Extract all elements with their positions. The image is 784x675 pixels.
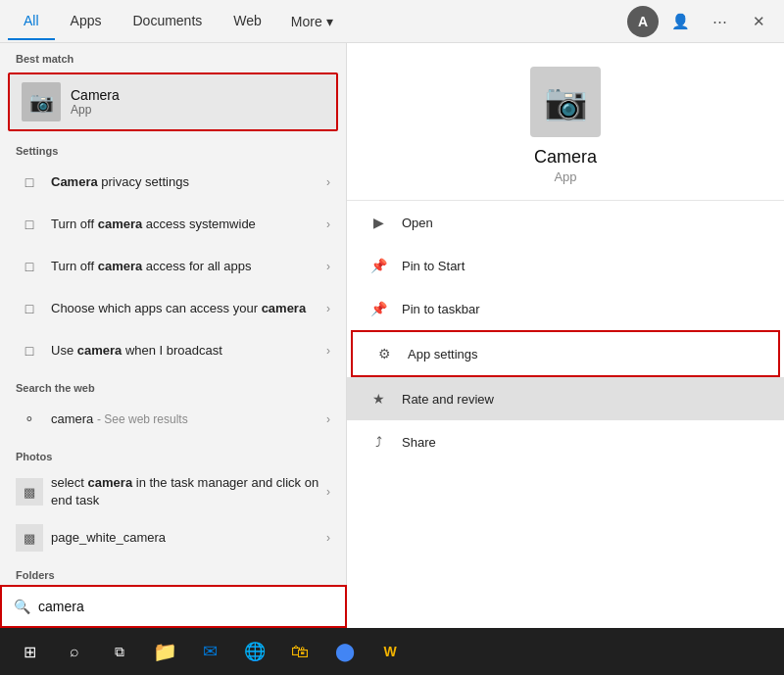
list-item-photo-taskmanager[interactable]: ▩ select camera in the task manager and … <box>4 467 342 516</box>
search-taskbar-button[interactable]: ⌕ <box>53 632 96 671</box>
list-item-use-camera-broadcast[interactable]: □ Use camera when I broadcast › <box>4 330 342 371</box>
file-explorer-icon: 📁 <box>153 640 177 663</box>
open-icon: ▶ <box>367 211 390 234</box>
chevron-right-icon-4: › <box>326 302 330 315</box>
tab-documents[interactable]: Documents <box>117 3 218 40</box>
tab-more[interactable]: More <box>277 3 347 40</box>
chrome-button[interactable]: ⬤ <box>323 632 367 671</box>
camera-app-icon: 📷 <box>22 82 61 121</box>
search-bar[interactable]: 🔍 camera <box>0 585 347 628</box>
search-input-value[interactable]: camera <box>38 599 84 614</box>
pin-start-icon: 📌 <box>367 254 390 277</box>
photo-thumb-icon-1: ▩ <box>16 478 43 506</box>
right-panel: 📷 Camera App ▶ Open 📌 Pin to Start 📌 Pin… <box>347 43 784 628</box>
web-header: Search the web <box>0 372 346 398</box>
action-open-label: Open <box>402 216 433 230</box>
chrome-icon: ⬤ <box>335 641 355 662</box>
list-item-camera-privacy[interactable]: □ Camera privacy settings › <box>4 162 342 203</box>
photos-header: Photos <box>0 441 346 466</box>
action-open[interactable]: ▶ Open <box>347 201 784 244</box>
list-item-web-search[interactable]: ⚬ camera - See web results › <box>4 399 342 440</box>
list-item-choose-apps[interactable]: □ Choose which apps can access your came… <box>4 288 342 329</box>
search-web-icon: ⚬ <box>16 406 43 433</box>
avatar[interactable]: A <box>627 6 659 37</box>
search-icon: 🔍 <box>14 599 30 614</box>
start-icon: ⊞ <box>24 643 36 661</box>
settings-icon-3: □ <box>16 253 43 280</box>
right-actions: ▶ Open 📌 Pin to Start 📌 Pin to taskbar ⚙… <box>347 201 784 463</box>
app-detail-camera-icon: 📷 <box>530 67 601 137</box>
best-match-sub: App <box>71 103 120 117</box>
store-icon: 🛍 <box>291 642 309 662</box>
pin-taskbar-icon: 📌 <box>367 297 390 320</box>
folders-header: Folders <box>0 559 346 585</box>
action-share[interactable]: ⤴ Share <box>347 420 784 463</box>
list-item-text-1: Camera privacy settings <box>51 173 326 191</box>
action-rate-review-label: Rate and review <box>402 392 494 407</box>
chevron-right-icon-photo1: › <box>326 485 330 499</box>
file-explorer-button[interactable]: 📁 <box>143 632 186 671</box>
wsxdn-button[interactable]: W <box>368 632 412 671</box>
chevron-right-icon-1: › <box>326 175 330 189</box>
chevron-right-icon-2: › <box>326 217 330 231</box>
tab-web[interactable]: Web <box>218 3 277 40</box>
action-pin-taskbar[interactable]: 📌 Pin to taskbar <box>347 287 784 330</box>
list-item-text-2: Turn off camera access systemwide <box>51 216 326 233</box>
nav-icons: A 👤 ⋯ ✕ <box>627 4 776 39</box>
chevron-down-icon <box>326 14 333 29</box>
settings-icon-4: □ <box>16 295 43 322</box>
list-item-turn-off-all-apps[interactable]: □ Turn off camera access for all apps › <box>4 246 342 287</box>
action-pin-taskbar-label: Pin to taskbar <box>402 302 480 316</box>
action-pin-start-label: Pin to Start <box>402 259 465 273</box>
edge-button[interactable]: 🌐 <box>233 632 276 671</box>
web-search-main: camera - See web results <box>51 410 326 428</box>
start-button[interactable]: ⊞ <box>8 632 51 671</box>
mail-icon: ✉ <box>203 641 218 662</box>
action-share-label: Share <box>402 435 436 450</box>
tab-apps[interactable]: Apps <box>55 3 118 40</box>
settings-icon-5: □ <box>16 337 43 364</box>
mail-button[interactable]: ✉ <box>188 632 231 671</box>
store-button[interactable]: 🛍 <box>278 632 321 671</box>
list-item-web-text: camera - See web results <box>51 410 326 428</box>
list-item-photo-text-2: page_white_camera <box>51 529 326 547</box>
star-icon: ★ <box>367 387 390 410</box>
settings-icon-2: □ <box>16 211 43 238</box>
share-icon: ⤴ <box>367 430 390 454</box>
action-rate-review[interactable]: ★ Rate and review <box>347 377 784 420</box>
list-item-text-5: Use camera when I broadcast <box>51 342 326 360</box>
task-view-button[interactable]: ⧉ <box>98 632 141 671</box>
person-icon-btn[interactable]: 👤 <box>662 4 698 39</box>
task-view-icon: ⧉ <box>115 644 124 660</box>
nav-tabs: All Apps Documents Web More <box>8 3 627 40</box>
list-item-text-3: Turn off camera access for all apps <box>51 258 326 275</box>
action-pin-start[interactable]: 📌 Pin to Start <box>347 244 784 287</box>
main-layout: Best match 📷 Camera App Settings □ Camer… <box>0 43 784 628</box>
list-item-photo-text-1: select camera in the task manager and cl… <box>51 474 326 509</box>
settings-icon-1: □ <box>16 169 43 196</box>
wsxdn-icon: W <box>383 644 396 659</box>
close-icon: ✕ <box>753 13 765 30</box>
best-match-header: Best match <box>0 43 346 69</box>
camera-large-icon: 📷 <box>544 81 588 122</box>
top-nav: All Apps Documents Web More A 👤 ⋯ ✕ <box>0 0 784 43</box>
app-detail-name: Camera <box>534 147 597 168</box>
web-search-sub: - See web results <box>97 412 188 426</box>
ellipsis-btn[interactable]: ⋯ <box>702 4 737 39</box>
best-match-item[interactable]: 📷 Camera App <box>8 72 338 131</box>
list-item-text-4: Choose which apps can access your camera <box>51 300 326 317</box>
search-taskbar-icon: ⌕ <box>70 643 79 660</box>
list-item-turn-off-systemwide[interactable]: □ Turn off camera access systemwide › <box>4 204 342 245</box>
close-btn[interactable]: ✕ <box>741 4 776 39</box>
person-icon: 👤 <box>671 13 690 30</box>
best-match-text: Camera App <box>71 87 120 117</box>
left-panel: Best match 📷 Camera App Settings □ Camer… <box>0 43 347 628</box>
app-detail-header: 📷 Camera App <box>347 43 784 201</box>
list-item-photo-pagewhite[interactable]: ▩ page_white_camera › <box>4 517 342 558</box>
chevron-right-icon-3: › <box>326 260 330 273</box>
action-app-settings[interactable]: ⚙ App settings <box>351 330 780 377</box>
tab-all[interactable]: All <box>8 3 55 40</box>
ellipsis-icon: ⋯ <box>712 13 727 30</box>
chevron-right-icon-web: › <box>326 412 330 426</box>
app-detail-sub: App <box>554 169 576 184</box>
